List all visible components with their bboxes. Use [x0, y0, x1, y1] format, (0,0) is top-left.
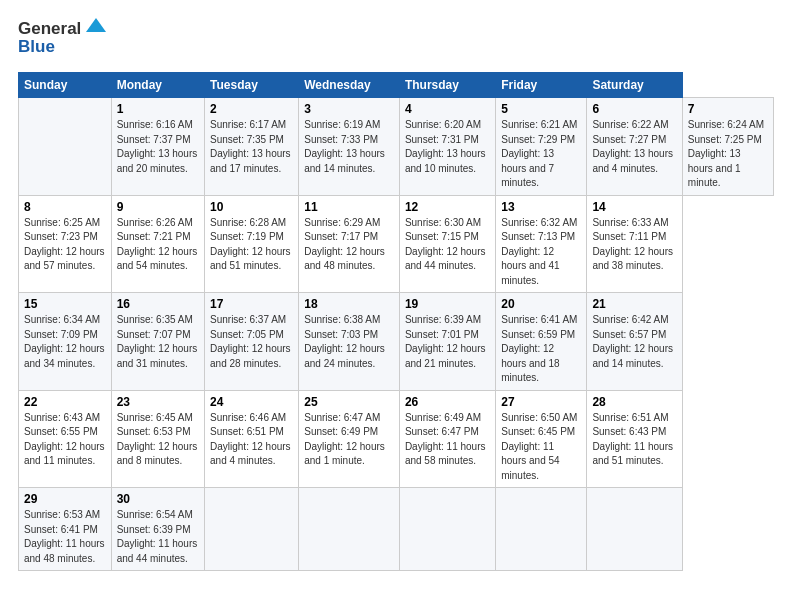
calendar-cell: 14Sunrise: 6:33 AMSunset: 7:11 PMDayligh… [587, 195, 682, 293]
day-number: 30 [117, 492, 199, 506]
day-info: Sunrise: 6:32 AMSunset: 7:13 PMDaylight:… [501, 216, 581, 289]
day-number: 3 [304, 102, 394, 116]
day-info: Sunrise: 6:30 AMSunset: 7:15 PMDaylight:… [405, 216, 490, 274]
day-number: 29 [24, 492, 106, 506]
day-info: Sunrise: 6:37 AMSunset: 7:05 PMDaylight:… [210, 313, 293, 371]
calendar-cell: 3Sunrise: 6:19 AMSunset: 7:33 PMDaylight… [299, 98, 400, 196]
day-of-week-header: Sunday [19, 73, 112, 98]
day-number: 8 [24, 200, 106, 214]
calendar-week-row: 15Sunrise: 6:34 AMSunset: 7:09 PMDayligh… [19, 293, 774, 391]
calendar-week-row: 29Sunrise: 6:53 AMSunset: 6:41 PMDayligh… [19, 488, 774, 571]
day-number: 24 [210, 395, 293, 409]
day-number: 1 [117, 102, 199, 116]
calendar-cell: 24Sunrise: 6:46 AMSunset: 6:51 PMDayligh… [205, 390, 299, 488]
day-info: Sunrise: 6:28 AMSunset: 7:19 PMDaylight:… [210, 216, 293, 274]
day-number: 20 [501, 297, 581, 311]
day-info: Sunrise: 6:33 AMSunset: 7:11 PMDaylight:… [592, 216, 676, 274]
day-info: Sunrise: 6:54 AMSunset: 6:39 PMDaylight:… [117, 508, 199, 566]
svg-text:Blue: Blue [18, 37, 55, 56]
calendar-cell: 22Sunrise: 6:43 AMSunset: 6:55 PMDayligh… [19, 390, 112, 488]
calendar-header-row: SundayMondayTuesdayWednesdayThursdayFrid… [19, 73, 774, 98]
day-number: 6 [592, 102, 676, 116]
calendar-cell: 29Sunrise: 6:53 AMSunset: 6:41 PMDayligh… [19, 488, 112, 571]
calendar-week-row: 8Sunrise: 6:25 AMSunset: 7:23 PMDaylight… [19, 195, 774, 293]
day-number: 22 [24, 395, 106, 409]
day-of-week-header: Thursday [399, 73, 495, 98]
calendar-cell [299, 488, 400, 571]
day-info: Sunrise: 6:41 AMSunset: 6:59 PMDaylight:… [501, 313, 581, 386]
day-info: Sunrise: 6:39 AMSunset: 7:01 PMDaylight:… [405, 313, 490, 371]
logo-text: General Blue [18, 16, 108, 62]
calendar-cell: 18Sunrise: 6:38 AMSunset: 7:03 PMDayligh… [299, 293, 400, 391]
calendar-week-row: 22Sunrise: 6:43 AMSunset: 6:55 PMDayligh… [19, 390, 774, 488]
day-info: Sunrise: 6:35 AMSunset: 7:07 PMDaylight:… [117, 313, 199, 371]
svg-marker-2 [86, 18, 106, 32]
day-number: 21 [592, 297, 676, 311]
day-number: 13 [501, 200, 581, 214]
day-info: Sunrise: 6:26 AMSunset: 7:21 PMDaylight:… [117, 216, 199, 274]
calendar-cell: 25Sunrise: 6:47 AMSunset: 6:49 PMDayligh… [299, 390, 400, 488]
header: General Blue [18, 16, 774, 62]
day-info: Sunrise: 6:16 AMSunset: 7:37 PMDaylight:… [117, 118, 199, 176]
calendar-cell [205, 488, 299, 571]
calendar-cell: 19Sunrise: 6:39 AMSunset: 7:01 PMDayligh… [399, 293, 495, 391]
day-info: Sunrise: 6:43 AMSunset: 6:55 PMDaylight:… [24, 411, 106, 469]
calendar-cell: 16Sunrise: 6:35 AMSunset: 7:07 PMDayligh… [111, 293, 204, 391]
day-info: Sunrise: 6:53 AMSunset: 6:41 PMDaylight:… [24, 508, 106, 566]
calendar-cell: 7Sunrise: 6:24 AMSunset: 7:25 PMDaylight… [682, 98, 773, 196]
calendar-cell [496, 488, 587, 571]
day-number: 11 [304, 200, 394, 214]
day-number: 17 [210, 297, 293, 311]
day-number: 15 [24, 297, 106, 311]
calendar-cell [19, 98, 112, 196]
day-info: Sunrise: 6:46 AMSunset: 6:51 PMDaylight:… [210, 411, 293, 469]
day-info: Sunrise: 6:50 AMSunset: 6:45 PMDaylight:… [501, 411, 581, 484]
day-info: Sunrise: 6:45 AMSunset: 6:53 PMDaylight:… [117, 411, 199, 469]
calendar-table: SundayMondayTuesdayWednesdayThursdayFrid… [18, 72, 774, 571]
calendar-cell: 28Sunrise: 6:51 AMSunset: 6:43 PMDayligh… [587, 390, 682, 488]
day-info: Sunrise: 6:24 AMSunset: 7:25 PMDaylight:… [688, 118, 768, 191]
page: General Blue SundayMondayTuesdayWednesda… [0, 0, 792, 612]
day-info: Sunrise: 6:38 AMSunset: 7:03 PMDaylight:… [304, 313, 394, 371]
calendar-cell: 2Sunrise: 6:17 AMSunset: 7:35 PMDaylight… [205, 98, 299, 196]
calendar-cell: 10Sunrise: 6:28 AMSunset: 7:19 PMDayligh… [205, 195, 299, 293]
calendar-cell: 15Sunrise: 6:34 AMSunset: 7:09 PMDayligh… [19, 293, 112, 391]
day-info: Sunrise: 6:19 AMSunset: 7:33 PMDaylight:… [304, 118, 394, 176]
calendar-cell: 13Sunrise: 6:32 AMSunset: 7:13 PMDayligh… [496, 195, 587, 293]
day-number: 16 [117, 297, 199, 311]
day-info: Sunrise: 6:42 AMSunset: 6:57 PMDaylight:… [592, 313, 676, 371]
calendar-cell [399, 488, 495, 571]
calendar-cell: 6Sunrise: 6:22 AMSunset: 7:27 PMDaylight… [587, 98, 682, 196]
day-of-week-header: Friday [496, 73, 587, 98]
calendar-cell: 20Sunrise: 6:41 AMSunset: 6:59 PMDayligh… [496, 293, 587, 391]
day-info: Sunrise: 6:22 AMSunset: 7:27 PMDaylight:… [592, 118, 676, 176]
calendar-cell: 1Sunrise: 6:16 AMSunset: 7:37 PMDaylight… [111, 98, 204, 196]
calendar-cell: 11Sunrise: 6:29 AMSunset: 7:17 PMDayligh… [299, 195, 400, 293]
calendar-week-row: 1Sunrise: 6:16 AMSunset: 7:37 PMDaylight… [19, 98, 774, 196]
day-number: 18 [304, 297, 394, 311]
calendar-cell: 9Sunrise: 6:26 AMSunset: 7:21 PMDaylight… [111, 195, 204, 293]
day-number: 2 [210, 102, 293, 116]
day-info: Sunrise: 6:51 AMSunset: 6:43 PMDaylight:… [592, 411, 676, 469]
day-number: 12 [405, 200, 490, 214]
calendar-cell: 23Sunrise: 6:45 AMSunset: 6:53 PMDayligh… [111, 390, 204, 488]
calendar-cell: 8Sunrise: 6:25 AMSunset: 7:23 PMDaylight… [19, 195, 112, 293]
day-info: Sunrise: 6:20 AMSunset: 7:31 PMDaylight:… [405, 118, 490, 176]
calendar-cell: 27Sunrise: 6:50 AMSunset: 6:45 PMDayligh… [496, 390, 587, 488]
day-number: 4 [405, 102, 490, 116]
calendar-cell: 21Sunrise: 6:42 AMSunset: 6:57 PMDayligh… [587, 293, 682, 391]
day-number: 5 [501, 102, 581, 116]
svg-text:General: General [18, 19, 81, 38]
day-of-week-header: Wednesday [299, 73, 400, 98]
calendar-cell: 17Sunrise: 6:37 AMSunset: 7:05 PMDayligh… [205, 293, 299, 391]
day-of-week-header: Tuesday [205, 73, 299, 98]
day-info: Sunrise: 6:29 AMSunset: 7:17 PMDaylight:… [304, 216, 394, 274]
day-info: Sunrise: 6:21 AMSunset: 7:29 PMDaylight:… [501, 118, 581, 191]
calendar-body: 1Sunrise: 6:16 AMSunset: 7:37 PMDaylight… [19, 98, 774, 571]
day-number: 19 [405, 297, 490, 311]
calendar-cell: 26Sunrise: 6:49 AMSunset: 6:47 PMDayligh… [399, 390, 495, 488]
day-of-week-header: Saturday [587, 73, 682, 98]
day-info: Sunrise: 6:34 AMSunset: 7:09 PMDaylight:… [24, 313, 106, 371]
calendar-cell: 30Sunrise: 6:54 AMSunset: 6:39 PMDayligh… [111, 488, 204, 571]
day-number: 14 [592, 200, 676, 214]
